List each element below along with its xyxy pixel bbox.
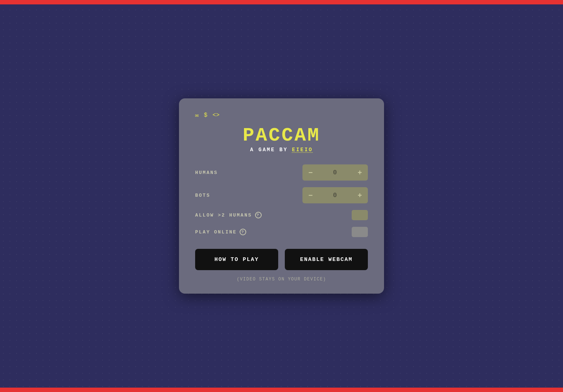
dollar-icon[interactable]: $ <box>204 112 208 119</box>
play-online-row: PLAY ONLINE ? <box>195 227 368 237</box>
bots-label: BOTS <box>195 193 210 198</box>
subtitle-brand: EIEIO <box>292 147 313 153</box>
play-online-toggle[interactable] <box>352 227 368 237</box>
subtitle-prefix: A GAME BY <box>250 147 292 153</box>
action-buttons: HOW TO PLAY ENABLE WEBCAM <box>195 249 368 270</box>
how-to-play-button[interactable]: HOW TO PLAY <box>195 249 278 270</box>
app-title: PACCAM <box>195 126 368 145</box>
main-modal: ✉ $ <> PACCAM A GAME BY EIEIO HUMANS − 0… <box>179 98 384 294</box>
humans-stepper: − 0 + <box>302 164 368 181</box>
header-icons: ✉ $ <> <box>195 112 368 119</box>
allow-more-humans-label: ALLOW >2 HUMANS ? <box>195 212 262 218</box>
humans-label: HUMANS <box>195 170 218 175</box>
app-title-container: PACCAM <box>195 126 368 145</box>
allow-more-humans-row: ALLOW >2 HUMANS ? <box>195 210 368 220</box>
bots-decrement-button[interactable]: − <box>302 187 319 203</box>
code-icon[interactable]: <> <box>212 112 219 119</box>
mail-icon[interactable]: ✉ <box>195 112 199 119</box>
allow-more-humans-help-icon[interactable]: ? <box>255 212 262 218</box>
bots-row: BOTS − 0 + <box>195 187 368 203</box>
app-subtitle: A GAME BY EIEIO <box>195 147 368 153</box>
humans-value: 0 <box>319 169 352 176</box>
bots-increment-button[interactable]: + <box>352 187 368 203</box>
play-online-label: PLAY ONLINE ? <box>195 229 246 235</box>
humans-decrement-button[interactable]: − <box>302 164 319 181</box>
humans-increment-button[interactable]: + <box>352 164 368 181</box>
humans-row: HUMANS − 0 + <box>195 164 368 181</box>
enable-webcam-button[interactable]: ENABLE WEBCAM <box>285 249 368 270</box>
bots-stepper: − 0 + <box>302 187 368 203</box>
bots-value: 0 <box>319 192 352 199</box>
play-online-help-icon[interactable]: ? <box>240 229 246 235</box>
allow-more-humans-toggle[interactable] <box>352 210 368 220</box>
footer-text: (VIDEO STAYS ON YOUR DEVICE) <box>195 277 368 282</box>
